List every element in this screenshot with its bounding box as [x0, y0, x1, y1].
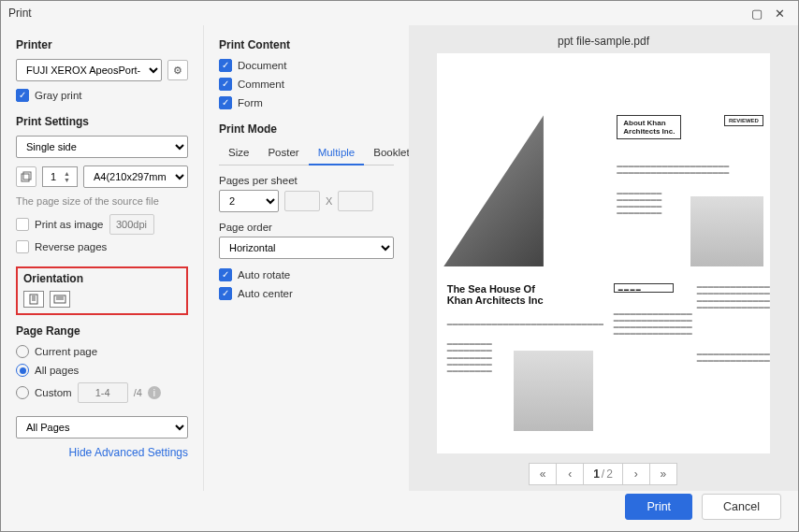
- tab-size[interactable]: Size: [219, 143, 258, 165]
- auto-rotate-checkbox[interactable]: Auto rotate: [219, 268, 394, 281]
- printer-heading: Printer: [16, 38, 188, 51]
- print-as-image-checkbox[interactable]: Print as image: [16, 214, 188, 235]
- preview-filename: ppt file-sample.pdf: [409, 25, 798, 53]
- svg-rect-0: [22, 174, 29, 181]
- pps-rows-input: [338, 191, 373, 211]
- range-total-label: /4: [134, 387, 142, 398]
- content-form-checkbox[interactable]: Form: [219, 96, 394, 109]
- copies-stepper[interactable]: ▲▼: [42, 166, 78, 187]
- page-order-label: Page order: [219, 222, 394, 233]
- print-settings-heading: Print Settings: [16, 115, 188, 128]
- range-current-radio[interactable]: Current page: [16, 345, 188, 358]
- range-all-radio[interactable]: All pages: [16, 364, 188, 377]
- copies-input[interactable]: [43, 171, 64, 182]
- dialog-title: Print: [8, 7, 32, 20]
- orientation-heading: Orientation: [23, 272, 181, 285]
- reverse-pages-label: Reverse pages: [35, 241, 107, 252]
- orientation-landscape-button[interactable]: [50, 291, 70, 308]
- range-custom-label: Custom: [35, 387, 72, 398]
- pps-cols-input: [284, 191, 320, 211]
- info-icon[interactable]: i: [148, 386, 161, 399]
- source-file-size-label: The page size of the source file: [16, 195, 188, 207]
- page-subset-select[interactable]: All Pages: [16, 416, 188, 439]
- x-label: X: [326, 195, 332, 207]
- gray-print-label: Gray print: [35, 90, 82, 101]
- pager-prev-button[interactable]: ‹: [556, 463, 584, 485]
- print-content-heading: Print Content: [219, 38, 394, 51]
- panel-print-content: Print Content Document Comment Form Prin…: [203, 25, 409, 491]
- svg-rect-1: [23, 172, 31, 180]
- auto-center-checkbox[interactable]: Auto center: [219, 287, 394, 300]
- printer-select[interactable]: FUJI XEROX ApeosPort-VI C3370: [16, 59, 162, 81]
- print-button[interactable]: Print: [625, 494, 692, 520]
- gray-print-checkbox[interactable]: Gray print: [16, 89, 188, 102]
- reverse-pages-checkbox[interactable]: Reverse pages: [16, 240, 188, 253]
- orientation-portrait-button[interactable]: [23, 291, 44, 308]
- preview-page: About Khan Architects Inc. REVIEWED ▬▬▬▬…: [437, 53, 770, 453]
- preview-pager: « ‹ 1 / 2 › »: [409, 463, 798, 491]
- print-mode-tabs: Size Poster Multiple Booklet: [219, 143, 394, 165]
- dialog-footer: Print Cancel: [625, 494, 781, 520]
- cancel-button[interactable]: Cancel: [702, 494, 781, 520]
- range-custom-radio[interactable]: Custom /4 i: [16, 382, 188, 403]
- titlebar: Print ▢ ✕: [1, 1, 798, 25]
- pages-per-sheet-select[interactable]: 2: [219, 190, 279, 212]
- maximize-icon[interactable]: ▢: [746, 7, 768, 21]
- hide-advanced-link[interactable]: Hide Advanced Settings: [16, 446, 188, 459]
- sides-select[interactable]: Single side: [16, 136, 188, 158]
- close-icon[interactable]: ✕: [768, 7, 791, 21]
- printer-properties-button[interactable]: ⚙: [167, 60, 188, 80]
- tab-poster[interactable]: Poster: [258, 143, 308, 165]
- paper-size-select[interactable]: A4(210x297mm) 21.: [83, 165, 188, 188]
- range-current-label: Current page: [35, 346, 97, 357]
- orientation-group: Orientation: [16, 266, 188, 315]
- pager-next-button[interactable]: ›: [622, 463, 650, 485]
- print-dialog: Print ▢ ✕ Printer FUJI XEROX ApeosPort-V…: [0, 0, 799, 532]
- page-order-select[interactable]: Horizontal: [219, 237, 394, 259]
- range-custom-input[interactable]: [78, 382, 128, 403]
- range-all-label: All pages: [35, 365, 79, 376]
- panel-preview: ppt file-sample.pdf About Khan Architect…: [409, 25, 798, 491]
- page-range-heading: Page Range: [16, 324, 188, 338]
- tab-multiple[interactable]: Multiple: [309, 143, 365, 165]
- panel-printer-settings: Printer FUJI XEROX ApeosPort-VI C3370 ⚙ …: [1, 25, 203, 491]
- print-mode-heading: Print Mode: [219, 122, 394, 136]
- content-comment-checkbox[interactable]: Comment: [219, 78, 394, 91]
- pager-first-button[interactable]: «: [529, 463, 557, 485]
- dpi-input: [109, 214, 154, 235]
- print-as-image-label: Print as image: [35, 219, 104, 230]
- pager-last-button[interactable]: »: [649, 463, 677, 485]
- collate-icon[interactable]: [16, 166, 36, 187]
- pager-page-indicator: 1 / 2: [583, 463, 623, 485]
- content-document-checkbox[interactable]: Document: [219, 59, 394, 72]
- pages-per-sheet-label: Pages per sheet: [219, 175, 394, 186]
